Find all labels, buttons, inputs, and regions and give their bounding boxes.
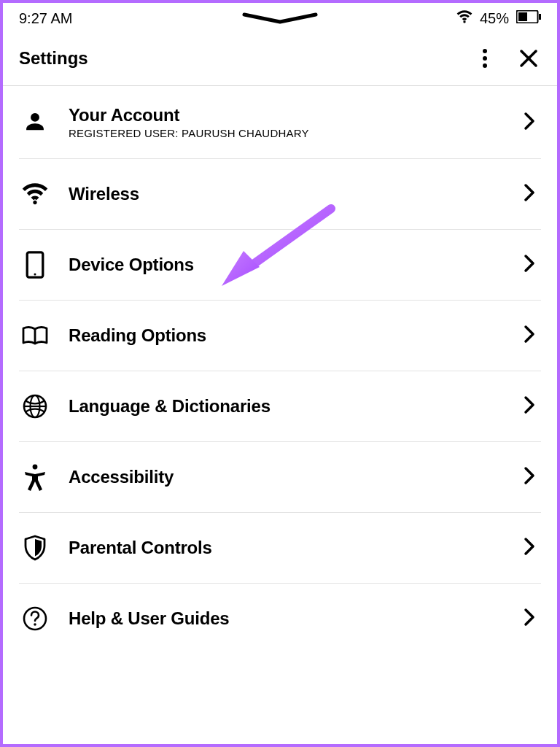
chevron-right-icon bbox=[524, 466, 541, 488]
svg-point-10 bbox=[34, 273, 36, 275]
row-help-user-guides[interactable]: Help & User Guides bbox=[19, 584, 541, 654]
chevron-right-icon bbox=[524, 608, 541, 630]
book-icon bbox=[19, 320, 51, 352]
row-parental-controls[interactable]: Parental Controls bbox=[19, 513, 541, 584]
wifi-icon bbox=[19, 178, 51, 210]
accessibility-icon bbox=[19, 461, 51, 493]
chevron-right-icon bbox=[524, 537, 541, 559]
chevron-right-icon bbox=[524, 395, 541, 417]
row-subtitle: REGISTERED USER: PAURUSH CHAUDHARY bbox=[69, 127, 506, 139]
swipe-handle-icon[interactable] bbox=[240, 12, 320, 26]
row-title: Parental Controls bbox=[69, 538, 506, 558]
row-device-options[interactable]: Device Options bbox=[19, 230, 541, 301]
status-time: 9:27 AM bbox=[19, 10, 72, 27]
svg-point-17 bbox=[34, 623, 36, 626]
shield-icon bbox=[19, 532, 51, 564]
row-title: Language & Dictionaries bbox=[69, 396, 506, 417]
svg-point-15 bbox=[33, 465, 38, 470]
svg-rect-1 bbox=[518, 12, 527, 21]
close-button[interactable] bbox=[516, 46, 541, 71]
row-accessibility[interactable]: Accessibility bbox=[19, 442, 541, 513]
settings-list: Your Account REGISTERED USER: PAURUSH CH… bbox=[3, 86, 557, 654]
person-icon bbox=[19, 107, 51, 139]
row-your-account[interactable]: Your Account REGISTERED USER: PAURUSH CH… bbox=[19, 86, 541, 159]
chevron-right-icon bbox=[524, 183, 541, 205]
battery-icon bbox=[516, 10, 541, 27]
globe-icon bbox=[19, 390, 51, 422]
wifi-icon bbox=[456, 10, 472, 27]
row-language-dictionaries[interactable]: Language & Dictionaries bbox=[19, 371, 541, 442]
row-reading-options[interactable]: Reading Options bbox=[19, 301, 541, 371]
more-menu-button[interactable] bbox=[472, 46, 497, 71]
svg-point-5 bbox=[483, 63, 487, 68]
svg-point-8 bbox=[31, 112, 39, 121]
row-title: Accessibility bbox=[69, 467, 506, 487]
help-icon bbox=[19, 603, 51, 635]
row-title: Reading Options bbox=[69, 325, 506, 346]
svg-rect-2 bbox=[539, 14, 541, 20]
chevron-right-icon bbox=[524, 254, 541, 276]
chevron-right-icon bbox=[524, 112, 541, 133]
row-title: Wireless bbox=[69, 184, 506, 204]
page-header: Settings bbox=[3, 30, 557, 86]
row-wireless[interactable]: Wireless bbox=[19, 159, 541, 230]
row-title: Help & User Guides bbox=[69, 608, 506, 629]
svg-point-3 bbox=[483, 49, 487, 53]
chevron-right-icon bbox=[524, 325, 541, 347]
device-icon bbox=[19, 249, 51, 281]
page-title: Settings bbox=[19, 48, 88, 69]
row-title: Device Options bbox=[69, 255, 506, 275]
status-battery-percent: 45% bbox=[480, 10, 509, 27]
svg-point-4 bbox=[483, 56, 487, 61]
row-title: Your Account bbox=[69, 105, 506, 125]
